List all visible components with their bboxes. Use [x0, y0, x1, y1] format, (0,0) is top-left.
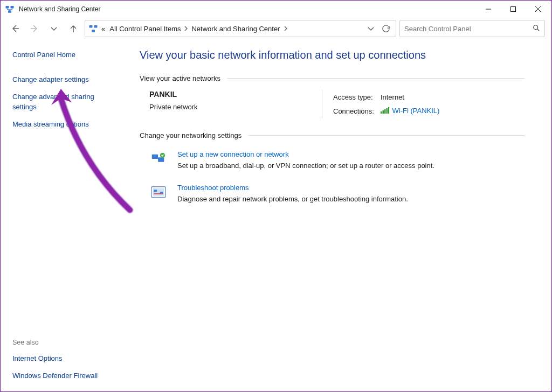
chevron-right-icon[interactable] — [284, 25, 288, 33]
minimize-button[interactable] — [476, 1, 501, 17]
window-title: Network and Sharing Center — [19, 5, 100, 13]
connection-link[interactable]: Wi-Fi (PANKIL) — [392, 107, 440, 115]
sidebar: Control Panel Home Change adapter settin… — [1, 39, 125, 391]
section-header-change: Change your networking settings — [140, 131, 242, 139]
divider — [248, 135, 525, 136]
titlebar: Network and Sharing Center — [1, 1, 551, 18]
sidebar-link-adapter[interactable]: Change adapter settings — [12, 75, 115, 85]
svg-rect-12 — [388, 107, 389, 114]
svg-rect-3 — [511, 7, 516, 12]
refresh-button[interactable] — [380, 22, 392, 35]
network-center-icon — [88, 24, 98, 33]
access-type-label: Access type: — [333, 91, 380, 103]
search-input[interactable] — [404, 25, 533, 33]
up-button[interactable] — [65, 20, 81, 37]
svg-rect-8 — [381, 111, 382, 114]
sidebar-link-streaming[interactable]: Media streaming options — [12, 120, 115, 129]
svg-rect-10 — [384, 109, 386, 114]
svg-rect-11 — [386, 108, 388, 114]
divider — [227, 78, 525, 79]
network-center-app-icon — [5, 4, 15, 14]
svg-rect-0 — [6, 6, 9, 9]
back-button[interactable] — [7, 20, 23, 37]
wifi-signal-icon — [381, 107, 389, 115]
svg-rect-2 — [8, 10, 11, 13]
vertical-divider — [322, 90, 322, 118]
svg-rect-5 — [94, 25, 98, 28]
section-header-active: View your active networks — [140, 74, 220, 82]
sidebar-link-firewall[interactable]: Windows Defender Firewall — [12, 371, 115, 381]
svg-rect-9 — [382, 110, 384, 114]
troubleshoot-link[interactable]: Troubleshoot problems — [177, 184, 249, 192]
svg-rect-18 — [154, 190, 157, 192]
svg-rect-4 — [89, 25, 93, 28]
svg-rect-14 — [158, 157, 164, 162]
svg-rect-13 — [152, 155, 158, 159]
connections-label: Connections: — [333, 104, 380, 117]
setup-connection-desc: Set up a broadband, dial-up, or VPN conn… — [177, 162, 434, 170]
network-name: PANKIL — [149, 90, 322, 99]
search-icon[interactable] — [533, 24, 540, 33]
forward-button[interactable] — [26, 20, 43, 37]
breadcrumb-item-0[interactable]: All Control Panel Items — [108, 24, 182, 34]
breadcrumb-prefix: « — [100, 24, 106, 34]
search-box[interactable] — [399, 20, 545, 37]
maximize-button[interactable] — [501, 1, 526, 17]
svg-rect-6 — [92, 30, 95, 32]
connection-setup-icon — [149, 150, 168, 170]
svg-point-7 — [534, 25, 538, 29]
address-bar[interactable]: « All Control Panel Items Network and Sh… — [85, 20, 396, 37]
sidebar-seealso-header: See also — [12, 339, 115, 346]
troubleshoot-icon — [149, 184, 168, 203]
close-button[interactable] — [526, 1, 550, 17]
troubleshoot-desc: Diagnose and repair network problems, or… — [177, 195, 408, 203]
sidebar-link-internet-options[interactable]: Internet Options — [12, 354, 115, 363]
access-type-value: Internet — [381, 91, 445, 103]
setup-connection-link[interactable]: Set up a new connection or network — [177, 150, 289, 158]
navbar: « All Control Panel Items Network and Sh… — [1, 18, 551, 39]
page-heading: View your basic network information and … — [140, 49, 525, 61]
main-content: View your basic network information and … — [125, 39, 551, 391]
address-dropdown-button[interactable] — [364, 22, 377, 35]
sidebar-link-sharing[interactable]: Change advanced sharing settings — [12, 92, 115, 111]
chevron-right-icon[interactable] — [184, 25, 188, 33]
recent-locations-button[interactable] — [46, 20, 62, 37]
network-type: Private network — [149, 103, 322, 111]
breadcrumb-item-1[interactable]: Network and Sharing Center — [190, 24, 281, 34]
sidebar-link-home[interactable]: Control Panel Home — [12, 50, 115, 60]
svg-rect-1 — [11, 6, 14, 9]
